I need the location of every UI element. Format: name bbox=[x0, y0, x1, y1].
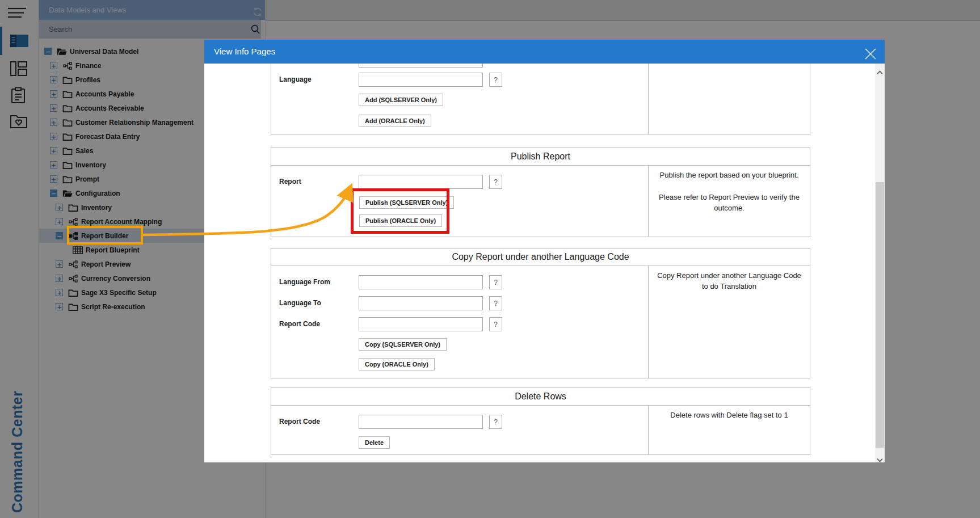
dialog-title: View Info Pages bbox=[214, 47, 275, 56]
copy-sqlserver-button[interactable]: Copy (SQLSERVER Only) bbox=[359, 338, 447, 351]
help-button[interactable]: ? bbox=[489, 317, 502, 331]
delete-button[interactable]: Delete bbox=[359, 436, 390, 449]
language-to-field-row: Language To ? bbox=[359, 296, 483, 310]
section-title: Publish Report bbox=[271, 148, 810, 166]
language-field[interactable] bbox=[359, 73, 483, 87]
language-from-field-row: Language From ? bbox=[359, 275, 483, 289]
scroll-down-icon[interactable] bbox=[877, 454, 883, 459]
section-add-report: Language ? Add (SQLSERVER Only) Add (ORA… bbox=[271, 64, 810, 134]
cut-off-field[interactable] bbox=[359, 64, 483, 68]
section-title: Copy Report under another Language Code bbox=[271, 249, 810, 266]
help-button[interactable]: ? bbox=[489, 175, 502, 189]
section-description: Copy Report under another Language Code … bbox=[648, 266, 810, 378]
section-copy-report: Copy Report under another Language Code … bbox=[271, 248, 810, 378]
add-oracle-button[interactable]: Add (ORACLE Only) bbox=[359, 115, 431, 127]
section-title: Delete Rows bbox=[271, 388, 810, 406]
publish-sqlserver-button[interactable]: Publish (SQLSERVER Only) bbox=[359, 196, 454, 209]
add-sqlserver-button[interactable]: Add (SQLSERVER Only) bbox=[359, 94, 443, 106]
report-code-field-row: Report Code ? bbox=[359, 317, 483, 331]
publish-oracle-button[interactable]: Publish (ORACLE Only) bbox=[359, 214, 442, 227]
help-button[interactable]: ? bbox=[489, 275, 502, 289]
language-from-field[interactable] bbox=[359, 275, 483, 289]
scroll-up-icon[interactable] bbox=[877, 67, 883, 71]
scrollbar-thumb[interactable] bbox=[876, 182, 884, 448]
section-description: Delete rows with Delete flag set to 1 bbox=[648, 406, 810, 454]
help-button[interactable]: ? bbox=[489, 296, 502, 310]
application-window: Command Center Data Models and Views Uni… bbox=[0, 0, 980, 518]
report-field[interactable] bbox=[359, 175, 483, 189]
help-button[interactable]: ? bbox=[489, 415, 502, 429]
delete-report-code-field[interactable] bbox=[359, 415, 483, 429]
report-field-row: Report ? bbox=[359, 175, 483, 189]
report-code-field-row: Report Code ? bbox=[359, 415, 483, 429]
dialog-header: View Info Pages bbox=[204, 40, 885, 64]
language-field-row: Language ? bbox=[359, 73, 483, 87]
field-row-cut-off bbox=[359, 64, 483, 68]
section-publish-report: Publish Report Report ? Publish (SQLSERV… bbox=[271, 148, 810, 237]
section-description bbox=[648, 64, 810, 134]
view-info-pages-dialog: View Info Pages Language ? Add (SQLSER bbox=[204, 40, 885, 462]
close-icon[interactable] bbox=[864, 45, 877, 58]
dialog-body: Language ? Add (SQLSERVER Only) Add (ORA… bbox=[204, 64, 875, 462]
copy-oracle-button[interactable]: Copy (ORACLE Only) bbox=[359, 358, 435, 370]
section-delete-rows: Delete Rows Report Code ? Delete Delete … bbox=[271, 388, 810, 455]
help-button[interactable]: ? bbox=[489, 73, 502, 87]
report-code-field[interactable] bbox=[359, 317, 483, 331]
language-to-field[interactable] bbox=[359, 296, 483, 310]
section-description: Publish the report based on your bluepri… bbox=[648, 166, 810, 237]
dialog-scrollbar[interactable] bbox=[875, 64, 885, 462]
